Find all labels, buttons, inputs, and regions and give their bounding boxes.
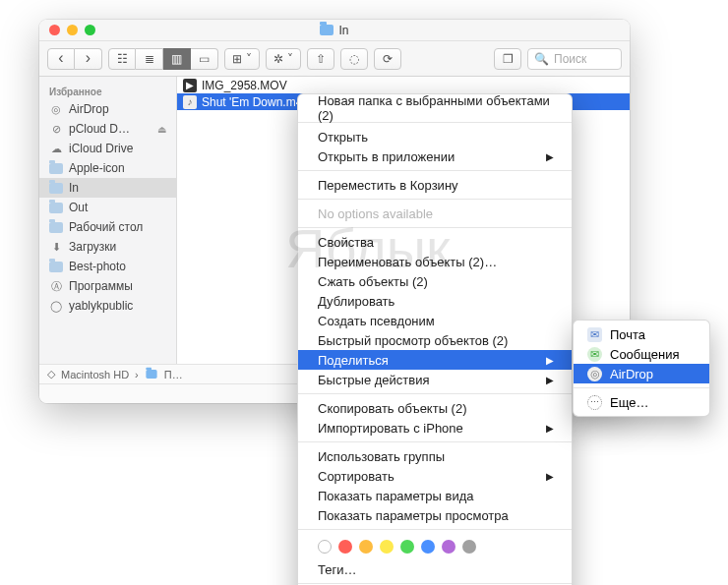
disk-icon: ◇ [47, 368, 55, 380]
folder-icon [49, 222, 63, 233]
menu-info[interactable]: Свойства [298, 232, 572, 252]
share-mail[interactable]: ✉Почта [574, 324, 709, 344]
path-segment[interactable]: Macintosh HD [61, 369, 129, 380]
menu-open[interactable]: Открыть [298, 127, 572, 146]
airdrop-icon: ◎ [49, 102, 63, 116]
share-messages[interactable]: ✉Сообщения [574, 344, 709, 364]
forward-button[interactable] [75, 48, 102, 70]
sidebar-item-icloud[interactable]: ☁iCloud Drive [39, 139, 176, 158]
share-submenu: ✉Почта ✉Сообщения ◎AirDrop ⋯Еще… [573, 320, 710, 417]
path-segment[interactable]: П… [164, 369, 183, 380]
menu-quicklook[interactable]: Быстрый просмотр объектов (2) [298, 330, 572, 350]
sidebar-item-in[interactable]: In [39, 178, 176, 198]
menu-quick-actions[interactable]: Быстрые действия▶ [298, 370, 572, 389]
apps-icon: Ⓐ [49, 279, 63, 293]
menu-preview-options[interactable]: Показать параметры просмотра [298, 505, 572, 525]
tag-orange[interactable] [359, 540, 373, 554]
nav-buttons [47, 48, 102, 70]
tag-red[interactable] [338, 540, 352, 554]
sidebar-item-bestphoto[interactable]: Best-photo [39, 257, 176, 276]
menu-open-with[interactable]: Открыть в приложении▶ [298, 146, 572, 166]
view-gallery-button[interactable]: ▭ [191, 48, 218, 70]
menu-sort[interactable]: Сортировать▶ [298, 466, 572, 486]
new-folder-button[interactable]: ❐ [494, 48, 521, 70]
search-icon: 🔍 [534, 52, 549, 66]
mail-icon: ✉ [587, 327, 602, 342]
titlebar: In [39, 20, 630, 41]
tag-clear[interactable] [318, 540, 332, 554]
view-list-button[interactable]: ≣ [136, 48, 163, 70]
more-icon: ⋯ [587, 395, 602, 410]
drive-icon: ⊘ [49, 122, 63, 136]
messages-icon: ✉ [587, 347, 602, 362]
chevron-right-icon: ▶ [546, 355, 554, 366]
menu-no-options: No options available [298, 204, 572, 223]
file-row[interactable]: ▶ IMG_2958.MOV [177, 77, 630, 93]
sidebar-item-airdrop[interactable]: ◎AirDrop [39, 99, 176, 119]
tag-purple[interactable] [442, 540, 455, 554]
sidebar: Избранное ◎AirDrop ⊘pCloud D…⏏ ☁iCloud D… [39, 77, 177, 364]
search-placeholder: Поиск [554, 52, 586, 66]
folder-icon [49, 262, 63, 272]
airdrop-icon: ◎ [587, 367, 602, 381]
view-icon-button[interactable]: ☷ [108, 48, 136, 70]
tag-row [298, 534, 572, 559]
cloud-icon: ☁ [49, 142, 63, 155]
folder-icon [146, 370, 156, 379]
menu-new-folder[interactable]: Новая папка с выбранными объектами (2) [298, 98, 572, 118]
close-icon[interactable] [49, 25, 60, 35]
circle-icon: ◯ [49, 299, 63, 313]
chevron-right-icon: ▶ [546, 151, 554, 162]
audio-icon: ♪ [183, 95, 197, 109]
zoom-icon[interactable] [85, 25, 95, 35]
group-button[interactable]: ⊞ ˅ [224, 48, 260, 70]
tag-yellow[interactable] [380, 540, 394, 554]
action-button[interactable]: ✲ ˅ [266, 48, 301, 70]
menu-trash[interactable]: Переместить в Корзину [298, 175, 572, 195]
menu-copy[interactable]: Скопировать объекты (2) [298, 398, 572, 418]
view-columns-button[interactable]: ▥ [163, 48, 191, 70]
sidebar-item-appleicon[interactable]: Apple-icon [39, 158, 176, 178]
menu-compress[interactable]: Сжать объекты (2) [298, 271, 572, 291]
menu-alias[interactable]: Создать псевдоним [298, 311, 572, 330]
share-more[interactable]: ⋯Еще… [574, 392, 709, 412]
menu-rename[interactable]: Переименовать объекты (2)… [298, 252, 572, 271]
sidebar-heading: Избранное [39, 83, 176, 99]
menu-use-groups[interactable]: Использовать группы [298, 446, 572, 466]
menu-view-options[interactable]: Показать параметры вида [298, 486, 572, 505]
window-controls [49, 25, 95, 35]
sidebar-item-out[interactable]: Out [39, 198, 176, 217]
view-switcher: ☷ ≣ ▥ ▭ [108, 48, 218, 70]
tag-green[interactable] [400, 540, 414, 554]
folder-icon [49, 203, 63, 213]
window-title: In [338, 24, 348, 37]
eject-icon[interactable]: ⏏ [157, 124, 166, 135]
folder-icon [320, 25, 334, 35]
sidebar-item-yablyk[interactable]: ◯yablykpublic [39, 296, 176, 316]
menu-import-iphone[interactable]: Импортировать с iPhone▶ [298, 418, 572, 438]
search-input[interactable]: 🔍 Поиск [527, 48, 622, 70]
chevron-right-icon: ▶ [546, 423, 554, 434]
chevron-right-icon: ▶ [546, 471, 554, 482]
sidebar-item-pcloud[interactable]: ⊘pCloud D…⏏ [39, 119, 176, 139]
mov-icon: ▶ [183, 79, 197, 92]
toolbar: ☷ ≣ ▥ ▭ ⊞ ˅ ✲ ˅ ⇧ ◌ ⟳ ❐ 🔍 Поиск [39, 41, 630, 77]
share-airdrop[interactable]: ◎AirDrop [574, 364, 709, 383]
menu-share[interactable]: Поделиться▶ [298, 350, 572, 370]
quick-action-button[interactable]: ⟳ [374, 48, 401, 70]
tags-button[interactable]: ◌ [340, 48, 368, 70]
share-button[interactable]: ⇧ [307, 48, 334, 70]
download-icon: ⬇ [49, 240, 63, 254]
sidebar-item-desktop[interactable]: Рабочий стол [39, 217, 176, 237]
folder-icon [49, 183, 63, 194]
tag-gray[interactable] [462, 540, 476, 554]
sidebar-item-apps[interactable]: ⒶПрограммы [39, 276, 176, 296]
menu-tags[interactable]: Теги… [298, 559, 572, 579]
tag-blue[interactable] [421, 540, 435, 554]
sidebar-item-downloads[interactable]: ⬇Загрузки [39, 237, 176, 257]
back-button[interactable] [47, 48, 75, 70]
minimize-icon[interactable] [67, 25, 78, 35]
context-menu: Новая папка с выбранными объектами (2) О… [297, 93, 573, 585]
menu-duplicate[interactable]: Дублировать [298, 291, 572, 311]
chevron-right-icon: ▶ [546, 375, 554, 385]
